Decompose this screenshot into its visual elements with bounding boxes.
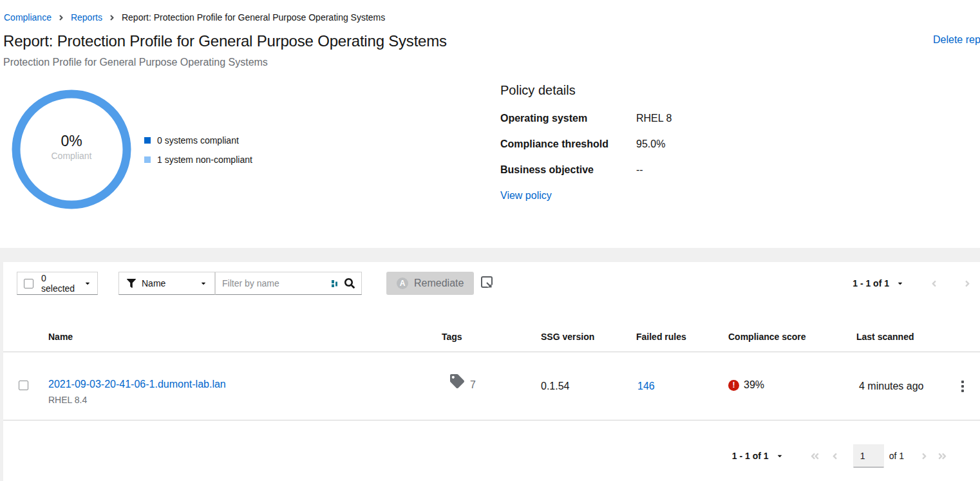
business-objective-value: -- [636,163,643,177]
column-header-name: Name [48,322,73,352]
page-title: Report: Protection Profile for General P… [3,32,447,50]
page-subtitle: Protection Profile for General Purpose O… [3,57,268,68]
column-header-ssg-version: SSG version [541,322,594,352]
prev-page-button[interactable] [931,279,937,288]
column-header-failed-rules: Failed rules [636,322,686,352]
remediate-button-label: Remediate [414,278,464,289]
bulk-select-checkbox[interactable] [24,279,33,288]
filter-funnel-icon [127,279,136,288]
column-header-last-scanned: Last scanned [856,322,914,352]
equalizer-icon [332,278,339,288]
pagination-top-label: 1 - 1 of 1 [853,278,889,288]
caret-down-icon [777,453,783,459]
tag-count: 7 [470,379,476,391]
compliance-threshold-value: 95.0% [636,137,665,151]
policy-details-panel: Policy details Operating system RHEL 8 C… [500,83,887,202]
pagination-top: 1 - 1 of 1 [853,272,970,295]
ssg-version-cell: 0.1.54 [541,381,569,392]
legend-swatch-noncompliant [144,156,151,163]
breadcrumb-chevron-icon [59,14,64,22]
donut-center-label: Compliant [12,151,131,161]
policy-row-operating-system: Operating system RHEL 8 [500,111,887,126]
pagination-bottom-menu-toggle[interactable]: 1 - 1 of 1 [732,451,783,461]
angle-right-icon [965,279,970,288]
next-page-button[interactable] [965,279,970,288]
breadcrumb-compliance-link[interactable]: Compliance [4,12,52,23]
breadcrumb-chevron-icon [109,14,115,22]
filter-type-label: Name [142,278,165,288]
search-input[interactable] [222,278,326,288]
policy-details-heading: Policy details [500,83,887,98]
tag-icon [450,374,464,388]
view-policy-link[interactable]: View policy [500,190,552,202]
last-page-button[interactable] [938,451,947,461]
row-checkbox[interactable] [19,381,28,390]
legend-item-compliant: 0 systems compliant [144,135,252,146]
column-header-compliance-score: Compliance score [728,322,806,352]
breadcrumb-reports-link[interactable]: Reports [71,12,102,23]
column-header-tags: Tags [442,322,462,352]
danger-exclamation-icon: ! [728,380,739,391]
systems-table-card: 0 selected Name A Remediate [3,262,980,481]
bulk-select-label: 0 selected [41,273,77,294]
pagination-bottom-label: 1 - 1 of 1 [732,451,769,461]
compliance-threshold-label: Compliance threshold [500,137,636,151]
row-kebab-menu-button[interactable] [957,375,968,397]
legend-label-compliant: 0 systems compliant [157,135,239,146]
export-icon [480,276,494,290]
system-os-label: RHEL 8.4 [48,395,226,405]
failed-rules-link[interactable]: 146 [637,381,655,392]
tags-cell[interactable]: 7 [450,374,476,391]
system-name-cell: 2021-09-03-20-41-06-1.dumont-lab.lan RHE… [48,379,226,405]
table-row: 2021-09-03-20-41-06-1.dumont-lab.lan RHE… [3,352,980,420]
legend-label-noncompliant: 1 system non-compliant [157,155,252,165]
policy-row-business-objective: Business objective -- [500,163,887,177]
report-header-section: Compliance Reports Report: Protection Pr… [0,0,980,248]
angle-double-left-icon [810,451,820,461]
prev-page-button[interactable] [832,451,838,461]
system-name-link[interactable]: 2021-09-03-20-41-06-1.dumont-lab.lan [48,379,226,390]
angle-right-icon [921,451,927,461]
caret-down-icon [897,280,903,287]
compliance-donut-chart: 0% Compliant [12,90,131,209]
compliance-score-value: 39% [744,379,764,391]
policy-row-compliance-threshold: Compliance threshold 95.0% [500,137,887,151]
compliance-score-cell: ! 39% [728,379,764,391]
table-header-row: Name Tags SSG version Failed rules Compl… [3,322,980,352]
breadcrumb: Compliance Reports Report: Protection Pr… [4,12,385,23]
last-scanned-cell: 4 minutes ago [859,381,924,392]
angle-double-right-icon [938,451,947,461]
legend-item-noncompliant: 1 system non-compliant [144,155,252,165]
pagination-top-menu-toggle[interactable]: 1 - 1 of 1 [853,278,903,288]
angle-left-icon [931,279,937,288]
caret-down-icon [84,280,91,287]
operating-system-label: Operating system [500,111,636,126]
caret-down-icon [200,280,207,287]
filter-type-dropdown[interactable]: Name [118,272,215,295]
next-page-button[interactable] [921,451,927,461]
pagination-bottom: 1 - 1 of 1 of 1 [732,444,947,467]
search-icon[interactable] [344,278,355,288]
remediate-button[interactable]: A Remediate [386,272,474,295]
breadcrumb-current: Report: Protection Profile for General P… [122,12,385,23]
chart-legend: 0 systems compliant 1 system non-complia… [144,135,252,165]
of-pages-label: of 1 [889,451,904,461]
delete-report-link[interactable]: Delete report [933,34,980,46]
legend-swatch-compliant [144,137,151,144]
export-button[interactable] [480,276,494,290]
angle-left-icon [832,451,838,461]
business-objective-label: Business objective [500,163,636,177]
first-page-button[interactable] [810,451,820,461]
ansible-icon: A [397,278,408,289]
name-filter-field [215,272,362,295]
operating-system-value: RHEL 8 [636,111,672,126]
donut-center-value: 0% [12,133,131,150]
current-page-input[interactable] [853,444,884,467]
bulk-select-dropdown[interactable]: 0 selected [17,272,98,295]
